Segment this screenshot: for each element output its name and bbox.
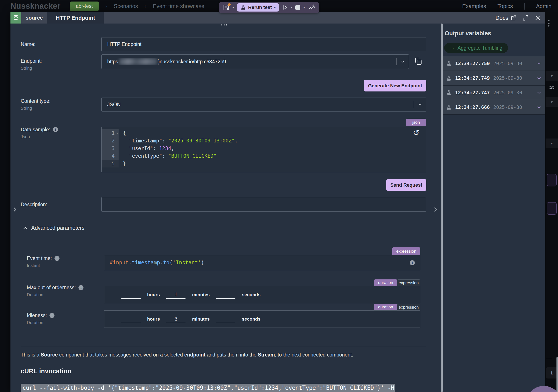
test-result-row[interactable]: 12:34:27.666 2025-09-30 <box>443 100 545 115</box>
form-scrollbar[interactable] <box>441 24 443 392</box>
deploy-button[interactable] <box>282 4 288 10</box>
strip-divider <box>546 358 552 358</box>
description-input[interactable] <box>102 197 426 212</box>
stop-button[interactable] <box>295 5 300 10</box>
rerun-dropdown-chevron-icon[interactable]: ▾ <box>274 5 276 9</box>
data-sample-editor[interactable]: 1▾ { 2 "timestamp": "2025-09-30T09:13:00… <box>101 127 426 172</box>
maximize-button[interactable] <box>522 15 529 21</box>
name-field[interactable] <box>101 37 426 51</box>
docked-panel[interactable] <box>547 202 557 215</box>
project-badge[interactable]: abr-test <box>70 1 99 11</box>
strip-scrollbar[interactable] <box>557 357 558 392</box>
endpoint-type-label: String <box>21 66 32 71</box>
chevron-down-icon <box>536 75 542 81</box>
info-icon[interactable]: i <box>54 256 60 261</box>
name-input[interactable] <box>102 37 426 51</box>
flask-icon <box>446 61 452 66</box>
left-panel-toggle[interactable] <box>11 206 18 213</box>
node-title-tab[interactable]: HTTP Endpoint <box>47 12 104 24</box>
top-nav-links: Examples Topics Admin <box>462 0 551 12</box>
idleness-seconds-input[interactable] <box>216 315 235 323</box>
test-result-row[interactable]: 12:34:27.747 2025-09-30 <box>443 85 545 100</box>
max-ooo-type-label: Duration <box>27 292 43 297</box>
generate-endpoint-button[interactable]: Generate New Endpoint <box>364 80 426 92</box>
max-ooo-seconds-input[interactable] <box>216 290 235 299</box>
description-field[interactable] <box>101 197 426 212</box>
event-time-expression-editor[interactable]: #input.timestamp.to('Instant') i <box>104 255 420 270</box>
nav-admin[interactable]: Admin <box>536 3 551 9</box>
seconds-label: seconds <box>242 316 261 322</box>
endpoint-select[interactable]: https )nussknacker.io/http.c68472b9 <box>101 54 409 69</box>
docs-link[interactable]: Docs <box>496 15 517 21</box>
idleness-minutes-input[interactable] <box>166 315 185 323</box>
breadcrumb: Nussknacker abr-test › Scenarios › Event… <box>10 0 204 12</box>
close-icon <box>534 15 541 21</box>
spel-expression: #input.timestamp.to('Instant') <box>110 260 204 266</box>
expression-mode-badge[interactable]: expression <box>392 247 420 255</box>
info-icon[interactable]: i <box>53 127 58 132</box>
collapsed-panel-toggle[interactable]: ▼ <box>546 97 558 107</box>
info-icon[interactable]: i <box>410 260 415 265</box>
content-type-select[interactable]: JSON <box>101 98 426 111</box>
test-results-list: 12:34:27.750 2025-09-30 12:34:27.749 202… <box>443 56 545 115</box>
advanced-parameters-toggle[interactable]: Advanced parameters <box>22 225 85 231</box>
collapsed-panel-toggle[interactable]: ▼ <box>546 138 558 148</box>
collapsed-panel-toggle[interactable]: ▼ <box>546 71 558 81</box>
idleness-hours-input[interactable] <box>122 315 140 323</box>
code-fold-icon[interactable]: ▾ <box>117 129 118 137</box>
close-button[interactable] <box>534 15 541 21</box>
unsaved-changes-dot <box>228 3 231 6</box>
idleness-label: Idleness: i <box>27 312 54 318</box>
json-mode-badge[interactable]: json <box>406 119 426 126</box>
nav-examples[interactable]: Examples <box>462 3 486 9</box>
drag-handle[interactable] <box>221 24 227 26</box>
expression-mode-badge[interactable]: expression <box>397 304 420 310</box>
test-result-row[interactable]: 12:34:27.749 2025-09-30 <box>443 71 545 85</box>
content-type-dropdown[interactable] <box>414 98 426 111</box>
partially-hidden-button[interactable]: t <box>546 367 557 378</box>
flask-icon <box>240 5 246 10</box>
sliders-icon[interactable] <box>549 84 555 91</box>
deploy-dropdown-chevron-icon[interactable]: ▾ <box>291 5 293 9</box>
endpoint-masked-segment <box>119 58 157 65</box>
scrollbar-thumb[interactable] <box>441 24 443 392</box>
rerun-test-label: Rerun test <box>248 5 272 10</box>
aggregate-tumbling-link[interactable]: → Aggregate Tumbling <box>444 43 508 53</box>
right-edge-strip: ▼ ▼ ▼ t <box>546 12 558 392</box>
save-button[interactable] <box>223 4 229 11</box>
node-kind-label: source <box>21 12 47 24</box>
info-icon[interactable]: i <box>78 285 84 290</box>
max-ooo-label: Max out-of-orderness: i <box>27 284 84 290</box>
copy-icon <box>414 57 422 65</box>
editor-line: 5 } <box>102 160 426 168</box>
max-ooo-hours-input[interactable] <box>122 290 140 299</box>
metrics-button[interactable] <box>308 4 315 11</box>
expression-mode-badge[interactable]: expression <box>397 279 420 286</box>
reset-sample-button[interactable]: ↺ <box>413 129 419 137</box>
send-request-button[interactable]: Send Request <box>386 179 426 191</box>
nussknacker-logo: Nussknacker <box>10 1 61 11</box>
stop-dropdown-chevron-icon[interactable]: ▾ <box>303 5 305 9</box>
app-canvas: Nussknacker abr-test › Scenarios › Event… <box>0 0 558 392</box>
info-icon[interactable]: i <box>50 313 54 318</box>
curl-command[interactable]: curl --fail-with-body -d '{"timestamp":"… <box>21 384 395 392</box>
kebab-menu-icon[interactable] <box>548 20 549 26</box>
copy-endpoint-button[interactable] <box>414 57 422 65</box>
nav-topics[interactable]: Topics <box>497 3 513 9</box>
duration-mode-badge[interactable]: duration <box>374 279 397 286</box>
test-result-row[interactable]: 12:34:27.750 2025-09-30 <box>443 56 545 71</box>
rerun-test-button[interactable]: Rerun test ▾ <box>237 3 279 12</box>
max-ooo-minutes-input[interactable] <box>166 290 185 299</box>
save-dropdown-chevron-icon[interactable]: ▾ <box>232 5 234 9</box>
docked-panel[interactable] <box>547 174 557 187</box>
chevron-down-icon <box>417 102 423 107</box>
external-link-icon <box>510 15 517 21</box>
endpoint-label: Endpoint: <box>21 58 42 64</box>
duration-mode-badge[interactable]: duration <box>374 304 397 310</box>
breadcrumb-scenario-name[interactable]: Event time showcase <box>153 3 204 9</box>
right-panel-toggle[interactable] <box>432 206 439 213</box>
hours-label: hours <box>147 292 160 297</box>
endpoint-dropdown[interactable] <box>396 55 409 68</box>
play-icon <box>282 4 288 10</box>
breadcrumb-scenarios[interactable]: Scenarios <box>114 3 138 9</box>
